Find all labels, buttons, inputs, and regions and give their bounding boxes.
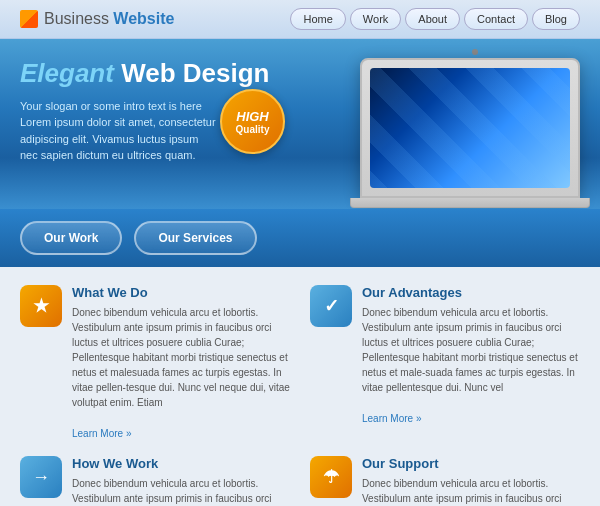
- feature-icon-3: ☂: [310, 456, 352, 498]
- feature-icon-1: ✓: [310, 285, 352, 327]
- hq-badge: HIGH Quality: [220, 89, 285, 154]
- hero-title-elegant: Elegant: [20, 58, 114, 88]
- hero-title-rest: Web Design: [114, 58, 270, 88]
- feature-card-2: →How We WorkDonec bibendum vehicula arcu…: [20, 456, 290, 506]
- our-work-button[interactable]: Our Work: [20, 221, 122, 255]
- laptop-screen: [370, 68, 570, 188]
- feature-card-3: ☂Our SupportDonec bibendum vehicula arcu…: [310, 456, 580, 506]
- feature-learn-more-0[interactable]: Learn More »: [72, 428, 131, 439]
- feature-content-1: Our AdvantagesDonec bibendum vehicula ar…: [362, 285, 580, 425]
- logo-icon: [20, 10, 38, 28]
- feature-title-3: Our Support: [362, 456, 580, 471]
- logo-text: Business Website: [44, 10, 174, 28]
- feature-title-2: How We Work: [72, 456, 290, 471]
- feature-card-0: ★What We DoDonec bibendum vehicula arcu …: [20, 285, 290, 440]
- feature-icon-2: →: [20, 456, 62, 498]
- badge-line2: Quality: [236, 124, 270, 135]
- laptop-image: [360, 49, 590, 209]
- features-section: ★What We DoDonec bibendum vehicula arcu …: [0, 267, 600, 506]
- feature-content-0: What We DoDonec bibendum vehicula arcu e…: [72, 285, 290, 440]
- feature-card-1: ✓Our AdvantagesDonec bibendum vehicula a…: [310, 285, 580, 440]
- feature-body-1: Donec bibendum vehicula arcu et lobortis…: [362, 305, 580, 395]
- nav-item-work[interactable]: Work: [350, 8, 401, 30]
- logo: Business Website: [20, 10, 174, 28]
- feature-body-0: Donec bibendum vehicula arcu et lobortis…: [72, 305, 290, 410]
- feature-body-3: Donec bibendum vehicula arcu et lobortis…: [362, 476, 580, 506]
- logo-business: Business: [44, 10, 109, 27]
- badge-line1: HIGH: [236, 109, 269, 124]
- logo-website: Website: [109, 10, 175, 27]
- main-nav: HomeWorkAboutContactBlog: [290, 8, 580, 30]
- nav-item-contact[interactable]: Contact: [464, 8, 528, 30]
- feature-body-2: Donec bibendum vehicula arcu et lobortis…: [72, 476, 290, 506]
- feature-title-1: Our Advantages: [362, 285, 580, 300]
- hero-bar: Our Work Our Services: [0, 209, 600, 267]
- hero-title: Elegant Web Design: [20, 59, 310, 88]
- laptop-base: [350, 198, 590, 208]
- hero-section: Elegant Web Design Your slogan or some i…: [0, 39, 600, 209]
- laptop-camera: [472, 49, 478, 55]
- our-services-button[interactable]: Our Services: [134, 221, 256, 255]
- feature-icon-0: ★: [20, 285, 62, 327]
- feature-title-0: What We Do: [72, 285, 290, 300]
- feature-content-2: How We WorkDonec bibendum vehicula arcu …: [72, 456, 290, 506]
- feature-content-3: Our SupportDonec bibendum vehicula arcu …: [362, 456, 580, 506]
- nav-item-home[interactable]: Home: [290, 8, 345, 30]
- nav-item-about[interactable]: About: [405, 8, 460, 30]
- header: Business Website HomeWorkAboutContactBlo…: [0, 0, 600, 39]
- nav-item-blog[interactable]: Blog: [532, 8, 580, 30]
- feature-learn-more-1[interactable]: Learn More »: [362, 413, 421, 424]
- laptop-body: [360, 58, 580, 198]
